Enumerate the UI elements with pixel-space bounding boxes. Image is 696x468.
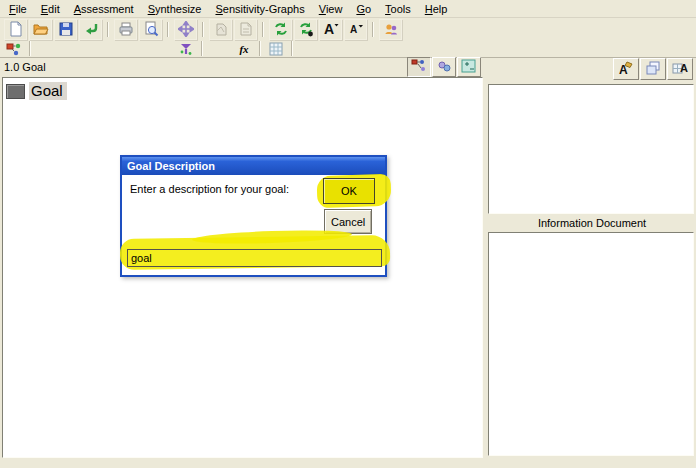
toolbar-separator <box>259 41 261 56</box>
menu-bar: File Edit Assessment Synthesize Sensitiv… <box>0 0 696 18</box>
open-folder-icon <box>33 21 49 37</box>
alternatives-view-icon <box>436 59 452 75</box>
dialog-prompt: Enter a description for your goal: <box>130 183 289 195</box>
print-preview-button[interactable] <box>139 19 162 40</box>
toolbar-separator <box>107 22 109 37</box>
copy-icon <box>645 60 661 78</box>
goal-description-dialog: Goal Description Enter a description for… <box>120 155 387 277</box>
information-header-bar: A A <box>488 56 696 82</box>
toolbar-separator <box>202 22 204 37</box>
add-table-button[interactable]: A <box>667 58 693 80</box>
svg-text:A: A <box>324 21 334 37</box>
edit-text-icon: A <box>618 60 635 78</box>
svg-text:A: A <box>350 24 357 35</box>
toolbar-separator <box>262 22 264 37</box>
tree-header-bar: 1.0 Goal <box>0 56 483 77</box>
menu-go[interactable]: Go <box>349 2 378 16</box>
undo-disabled-icon <box>213 21 229 37</box>
font-decrease-button[interactable]: A <box>344 19 367 40</box>
edit-text-button[interactable]: A <box>613 58 639 80</box>
alternatives-view-button[interactable] <box>432 57 456 77</box>
print-preview-icon <box>143 21 159 37</box>
dialog-title-bar[interactable]: Goal Description <box>122 157 385 175</box>
svg-text:A: A <box>680 62 688 74</box>
move-button[interactable] <box>174 19 197 40</box>
copy-button[interactable] <box>640 58 666 80</box>
menu-tools[interactable]: Tools <box>378 2 418 16</box>
enter-button[interactable] <box>79 19 102 40</box>
data-grid-button[interactable] <box>266 41 286 57</box>
synthesize-icon <box>273 21 289 37</box>
expand-grid-button[interactable] <box>457 57 481 77</box>
toolbar-separator <box>291 41 293 56</box>
menu-sensitivity-graphs[interactable]: Sensitivity-Graphs <box>208 2 311 16</box>
synthesize-details-icon <box>298 21 314 37</box>
sort-funnel-button[interactable] <box>176 41 196 57</box>
tree-view-button[interactable] <box>407 57 431 77</box>
save-button[interactable] <box>54 19 77 40</box>
new-file-button[interactable] <box>4 19 27 40</box>
information-section: A A Information Document <box>488 56 696 468</box>
move-arrows-icon <box>178 21 194 37</box>
information-document-panel[interactable] <box>488 232 694 456</box>
print-button[interactable] <box>114 19 137 40</box>
goal-node-icon <box>6 84 25 99</box>
main-toolbar: A A <box>0 18 696 40</box>
goal-description-input[interactable] <box>127 249 382 267</box>
formula-button[interactable]: fx <box>234 41 254 57</box>
font-decrease-icon: A <box>348 21 364 37</box>
redo-button-disabled <box>234 19 257 40</box>
toolbar-separator <box>201 41 203 56</box>
tree-view-icon <box>411 59 427 75</box>
synthesize-details-button[interactable] <box>294 19 317 40</box>
menu-view[interactable]: View <box>312 2 350 16</box>
data-grid-icon <box>268 41 284 57</box>
menu-assessment[interactable]: Assessment <box>67 2 141 16</box>
dialog-title-text: Goal Description <box>127 160 215 172</box>
note-document-panel[interactable] <box>488 84 694 214</box>
undo-button-disabled <box>209 19 232 40</box>
toolbar-separator <box>29 41 31 56</box>
menu-edit[interactable]: Edit <box>34 2 67 16</box>
synthesize-button[interactable] <box>269 19 292 40</box>
goal-node-label: Goal <box>29 82 67 100</box>
open-button[interactable] <box>29 19 52 40</box>
new-file-icon <box>8 21 24 37</box>
save-icon <box>58 21 74 37</box>
redo-disabled-icon <box>238 21 254 37</box>
menu-help[interactable]: Help <box>418 2 455 16</box>
menu-file[interactable]: File <box>2 2 34 16</box>
add-table-icon: A <box>672 60 689 78</box>
enter-arrow-icon <box>83 21 99 37</box>
sort-funnel-icon <box>178 41 194 57</box>
font-increase-button[interactable]: A <box>319 19 342 40</box>
toolbar-separator <box>372 22 374 37</box>
toolbar-separator <box>167 22 169 37</box>
participants-button[interactable] <box>379 19 402 40</box>
font-increase-icon: A <box>323 21 339 37</box>
dialog-body: Enter a description for your goal: OK Ca… <box>122 175 385 275</box>
participants-icon <box>383 21 399 37</box>
model-view-button[interactable] <box>4 41 24 57</box>
model-view-icon <box>6 41 22 57</box>
goal-node[interactable]: Goal <box>6 82 479 100</box>
tree-header-label: 1.0 Goal <box>4 61 46 73</box>
print-icon <box>118 21 134 37</box>
expand-grid-icon <box>461 59 477 75</box>
menu-synthesize[interactable]: Synthesize <box>141 2 209 16</box>
formula-icon: fx <box>239 43 248 55</box>
information-document-label: Information Document <box>488 214 696 232</box>
ok-button[interactable]: OK <box>323 178 375 204</box>
